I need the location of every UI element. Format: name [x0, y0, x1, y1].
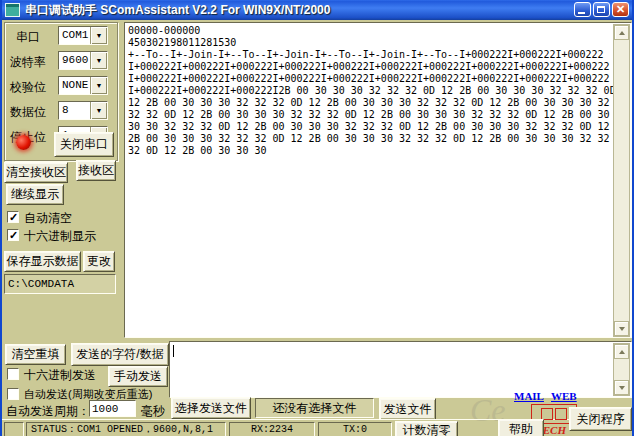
- close-icon: ✕: [613, 3, 628, 16]
- reset-counters-button[interactable]: 计数清零: [395, 421, 458, 436]
- receive-area[interactable]: 00000-000000 450302198011281530 +--To--I…: [124, 22, 632, 338]
- scroll-down-button[interactable]: [614, 321, 629, 336]
- receive-area-label: 接收区: [76, 160, 116, 181]
- send-scrollbar[interactable]: [613, 343, 630, 396]
- text-cursor: [173, 345, 174, 357]
- scroll-up-button[interactable]: [614, 25, 629, 40]
- arrow-down-icon: [619, 386, 625, 390]
- port-dropdown-button[interactable]: ▼: [90, 27, 107, 44]
- web-link[interactable]: WEB: [551, 390, 577, 402]
- auto-clear-label: 自动清空: [24, 210, 72, 227]
- close-button[interactable]: ✕: [612, 2, 629, 17]
- select-send-file-button[interactable]: 选择发送文件: [171, 397, 251, 419]
- scroll-down-button[interactable]: [614, 380, 629, 395]
- chevron-down-icon: ▼: [96, 57, 103, 64]
- send-data-label: 发送的字符/数据: [71, 343, 169, 366]
- maximize-icon: [597, 6, 605, 13]
- period-unit-label: 毫秒: [141, 403, 165, 420]
- save-display-data-button[interactable]: 保存显示数据: [4, 251, 81, 272]
- help-button[interactable]: 帮助: [498, 419, 544, 436]
- databits-select[interactable]: 8 ▼: [58, 101, 108, 120]
- manual-send-button[interactable]: 手动发送: [108, 366, 168, 387]
- receive-text: 00000-000000 450302198011281530 +--To--I…: [128, 25, 617, 325]
- arrow-up-icon: [619, 350, 625, 354]
- databits-label: 数据位: [10, 104, 46, 121]
- hex-display-checkbox[interactable]: ✓: [7, 229, 19, 241]
- hex-send-label: 十六进制发送: [24, 367, 96, 384]
- send-file-button[interactable]: 发送文件: [379, 398, 436, 420]
- window-title: 串口调试助手 SComAssistant V2.2 For WIN9X/NT/2…: [25, 2, 330, 19]
- parity-value: NONE: [59, 77, 90, 94]
- arrow-down-icon: [619, 327, 625, 331]
- clear-receive-button[interactable]: 清空接收区: [4, 162, 68, 183]
- auto-send-checkbox[interactable]: [7, 388, 19, 400]
- close-port-button[interactable]: 关闭串口: [54, 132, 114, 157]
- databits-dropdown-button[interactable]: ▼: [90, 102, 107, 119]
- port-label: 串口: [16, 29, 40, 46]
- logo-glyph: [555, 408, 567, 420]
- file-status-field: 还没有选择文件: [255, 398, 374, 418]
- port-select[interactable]: COM1 ▼: [58, 26, 108, 45]
- save-path-field: C:\COMDATA: [4, 274, 116, 294]
- clear-refill-button[interactable]: 清空重填: [5, 344, 66, 365]
- baud-select[interactable]: 9600 ▼: [58, 51, 108, 70]
- auto-send-period-input[interactable]: [89, 400, 136, 417]
- status-field: STATUS：COM1 OPENED，9600,N,8,1: [26, 422, 226, 436]
- serial-status-led: [16, 135, 31, 150]
- parity-select[interactable]: NONE ▼: [58, 76, 108, 95]
- baud-value: 9600: [59, 52, 90, 69]
- hex-send-checkbox[interactable]: [7, 368, 19, 380]
- scroll-up-button[interactable]: [614, 344, 629, 359]
- parity-label: 校验位: [10, 79, 46, 96]
- arrow-up-icon: [619, 31, 625, 35]
- close-program-button[interactable]: 关闭程序: [569, 407, 632, 431]
- auto-clear-checkbox[interactable]: ✓: [7, 211, 19, 223]
- check-icon: ✓: [9, 230, 18, 240]
- chevron-down-icon: ▼: [96, 82, 103, 89]
- minimize-button[interactable]: [574, 2, 591, 17]
- chevron-down-icon: ▼: [96, 107, 103, 114]
- minimize-icon: [578, 12, 585, 14]
- maximize-button[interactable]: [593, 2, 610, 17]
- app-window: 串口调试助手 SComAssistant V2.2 For WIN9X/NT/2…: [0, 0, 634, 436]
- receive-scrollbar[interactable]: [613, 24, 630, 337]
- auto-send-period-label: 自动发送周期：: [6, 403, 90, 420]
- chevron-down-icon: ▼: [96, 32, 103, 39]
- change-path-button[interactable]: 更改: [83, 251, 115, 272]
- port-value: COM1: [59, 27, 90, 44]
- databits-value: 8: [59, 102, 90, 119]
- title-bar: 串口调试助手 SComAssistant V2.2 For WIN9X/NT/2…: [2, 0, 632, 20]
- rx-counter: RX:2234: [229, 422, 315, 436]
- continue-display-button[interactable]: 继续显示: [6, 184, 64, 205]
- check-icon: ✓: [9, 212, 18, 222]
- parity-dropdown-button[interactable]: ▼: [90, 77, 107, 94]
- app-icon: [5, 3, 20, 17]
- baud-label: 波特率: [10, 54, 46, 71]
- mail-link[interactable]: MAIL: [514, 390, 544, 402]
- hex-display-label: 十六进制显示: [24, 228, 96, 245]
- baud-dropdown-button[interactable]: ▼: [90, 52, 107, 69]
- status-bar-icon: [4, 422, 24, 436]
- tx-counter: TX:0: [318, 422, 392, 436]
